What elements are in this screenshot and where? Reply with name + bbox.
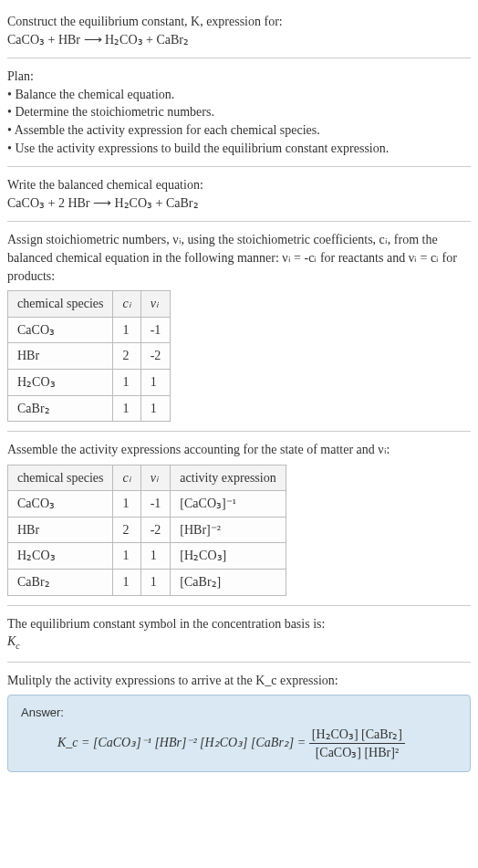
cell-species: HBr [8, 517, 113, 543]
plan-bullet-3: • Assemble the activity expression for e… [7, 121, 471, 140]
cell-ci: 1 [113, 570, 140, 596]
col-activity: activity expression [171, 465, 286, 491]
cell-nui: 1 [140, 369, 171, 395]
answer-equation: K_c = [CaCO₃]⁻¹ [HBr]⁻² [H₂CO₃] [CaBr₂] … [21, 722, 457, 762]
col-species: chemical species [8, 291, 113, 318]
cell-ci: 1 [113, 369, 140, 395]
table-row: CaCO₃ 1 -1 [8, 317, 171, 343]
cell-nui: 1 [140, 570, 171, 596]
cell-activity: [H₂CO₃] [171, 543, 286, 570]
answer-lhs: K_c = [CaCO₃]⁻¹ [HBr]⁻² [H₂CO₃] [CaBr₂] … [57, 736, 309, 749]
cell-species: CaBr₂ [8, 395, 113, 422]
kc-text: K [7, 634, 16, 648]
cell-ci: 1 [113, 491, 140, 518]
multiply-text: Mulitply the activity expressions to arr… [7, 672, 471, 690]
symbol-section: The equilibrium constant symbol in the c… [7, 610, 471, 658]
table-row: chemical species cᵢ νᵢ [8, 291, 171, 318]
cell-species: CaBr₂ [8, 570, 113, 596]
col-ci: cᵢ [113, 465, 140, 491]
symbol-line1: The equilibrium constant symbol in the c… [7, 615, 471, 633]
table-row: CaBr₂ 1 1 [8, 395, 171, 422]
col-ci: cᵢ [113, 291, 140, 318]
stoich-section: Assign stoichiometric numbers, νᵢ, using… [7, 225, 471, 427]
answer-label: Answer: [21, 705, 457, 721]
table-row: HBr 2 -2 [HBr]⁻² [8, 517, 286, 543]
cell-ci: 1 [113, 395, 140, 422]
plan-bullet-2: • Determine the stoichiometric numbers. [7, 103, 471, 121]
cell-nui: -1 [140, 491, 171, 518]
answer-box: Answer: K_c = [CaCO₃]⁻¹ [HBr]⁻² [H₂CO₃] … [7, 695, 471, 771]
table-row: chemical species cᵢ νᵢ activity expressi… [8, 465, 286, 491]
intro-line1: Construct the equilibrium constant, K, e… [7, 15, 283, 28]
col-nui: νᵢ [140, 291, 171, 318]
cell-activity: [HBr]⁻² [171, 517, 286, 543]
table-row: CaCO₃ 1 -1 [CaCO₃]⁻¹ [8, 491, 286, 518]
kc-sub: c [16, 641, 19, 651]
cell-nui: -2 [140, 343, 171, 370]
cell-nui: -1 [140, 317, 171, 343]
cell-nui: -2 [140, 517, 171, 543]
divider [7, 431, 471, 432]
col-nui: νᵢ [140, 465, 171, 491]
plan-section: Plan: • Balance the chemical equation. •… [7, 62, 471, 162]
intro-text: Construct the equilibrium constant, K, e… [7, 13, 471, 31]
balanced-equation: CaCO₃ + 2 HBr ⟶ H₂CO₃ + CaBr₂ [7, 194, 471, 213]
cell-nui: 1 [140, 543, 171, 570]
intro-equation: CaCO₃ + HBr ⟶ H₂CO₃ + CaBr₂ [7, 31, 471, 49]
activity-section: Assemble the activity expressions accoun… [7, 435, 471, 601]
divider [7, 166, 471, 167]
cell-species: CaCO₃ [8, 491, 113, 518]
activity-text: Assemble the activity expressions accoun… [7, 441, 471, 459]
divider [7, 58, 471, 58]
plan-bullet-4: • Use the activity expressions to build … [7, 140, 471, 158]
cell-nui: 1 [140, 395, 171, 422]
fraction-denominator: [CaCO₃] [HBr]² [309, 744, 405, 762]
fraction-numerator: [H₂CO₃] [CaBr₂] [309, 726, 405, 745]
cell-ci: 2 [113, 343, 140, 370]
cell-activity: [CaBr₂] [171, 570, 286, 596]
cell-species: CaCO₃ [8, 317, 113, 343]
multiply-section: Mulitply the activity expressions to arr… [7, 666, 471, 778]
cell-species: HBr [8, 343, 113, 370]
cell-ci: 1 [113, 543, 140, 570]
divider [7, 662, 471, 663]
table-row: HBr 2 -2 [8, 343, 171, 370]
answer-fraction: [H₂CO₃] [CaBr₂] [CaCO₃] [HBr]² [309, 726, 405, 762]
cell-ci: 2 [113, 517, 140, 543]
cell-species: H₂CO₃ [8, 543, 113, 570]
col-species: chemical species [8, 465, 113, 491]
stoich-text: Assign stoichiometric numbers, νᵢ, using… [7, 231, 471, 285]
cell-ci: 1 [113, 317, 140, 343]
table-row: H₂CO₃ 1 1 [8, 369, 171, 395]
table-row: CaBr₂ 1 1 [CaBr₂] [8, 570, 286, 596]
plan-title: Plan: [7, 68, 471, 86]
cell-activity: [CaCO₃]⁻¹ [171, 491, 286, 518]
activity-table: chemical species cᵢ νᵢ activity expressi… [7, 465, 286, 596]
divider [7, 605, 471, 606]
stoich-table: chemical species cᵢ νᵢ CaCO₃ 1 -1 HBr 2 … [7, 290, 171, 422]
cell-species: H₂CO₃ [8, 369, 113, 395]
symbol-kc: Kc [7, 633, 471, 653]
intro-section: Construct the equilibrium constant, K, e… [7, 7, 471, 54]
plan-bullet-1: • Balance the chemical equation. [7, 86, 471, 104]
balanced-title: Write the balanced chemical equation: [7, 176, 471, 194]
balanced-section: Write the balanced chemical equation: Ca… [7, 171, 471, 217]
divider [7, 221, 471, 222]
table-row: H₂CO₃ 1 1 [H₂CO₃] [8, 543, 286, 570]
multiply-text-span: Mulitply the activity expressions to arr… [7, 674, 338, 687]
